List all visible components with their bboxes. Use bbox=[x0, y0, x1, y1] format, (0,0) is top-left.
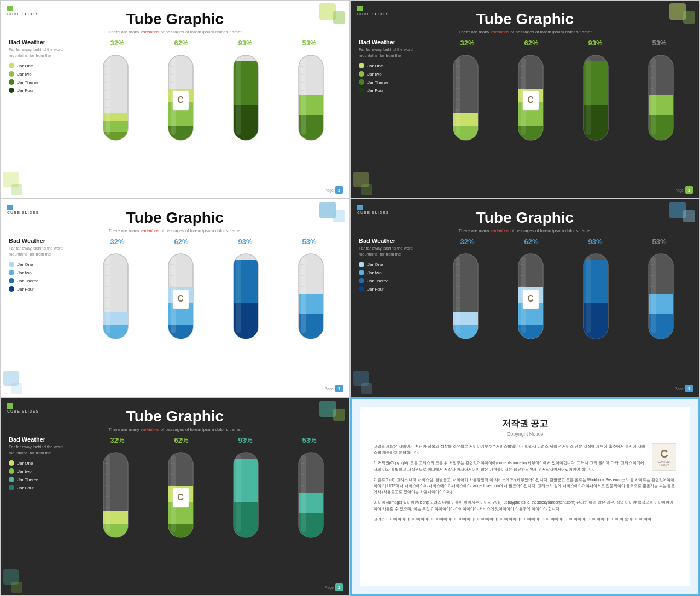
deco-bl-5 bbox=[1, 563, 33, 595]
deco-bl-1b bbox=[11, 184, 22, 195]
svg-rect-263 bbox=[301, 455, 306, 532]
legend-3: Bad Weather Far far away, behind the wor… bbox=[9, 238, 80, 347]
copyright-logo-c: C bbox=[660, 448, 668, 460]
legend-item-4-3: Jar Four bbox=[359, 286, 430, 292]
legend-item-2-2: Jar Theree bbox=[359, 79, 430, 85]
deco-sq-1b bbox=[333, 11, 345, 24]
legend-item-5-3: Jar Four bbox=[9, 485, 80, 490]
legend-item-1-0: Jar One bbox=[9, 63, 80, 68]
deco-tr-1 bbox=[317, 1, 349, 33]
tube-2-0 bbox=[448, 50, 483, 148]
tubes-pct-3: 32% 62% 93% 53% bbox=[85, 238, 341, 246]
pct-1-0: 32% bbox=[98, 39, 137, 47]
logo-icon-5 bbox=[7, 403, 13, 409]
legend-heading-2: Bad Weather bbox=[359, 39, 430, 45]
legend-dot-4-2 bbox=[359, 278, 364, 283]
legend-item-1-2: Jar Theree bbox=[9, 79, 80, 85]
deco-bl-2 bbox=[351, 165, 383, 198]
pct-3-2: 93% bbox=[226, 238, 265, 246]
pct-3-0: 32% bbox=[98, 238, 137, 246]
tube-1-1: C bbox=[163, 50, 199, 148]
legend-item-3-3: Jar Four bbox=[9, 286, 80, 292]
page-badge-3: Page 1 bbox=[325, 385, 343, 392]
copyright-para-3: 3. 이미지(image) & 아이콘(icon): 고려스 내에 이용이 이미… bbox=[374, 499, 676, 511]
logo-text-1: CUBE SLIDES bbox=[7, 12, 39, 16]
pct-5-1: 62% bbox=[162, 436, 201, 444]
page-num-4: 1 bbox=[685, 385, 693, 392]
deco-tr-2b bbox=[683, 11, 695, 24]
subtitle-5: There are many variations of passages of… bbox=[1, 427, 349, 432]
legend-dot-4-1 bbox=[359, 270, 364, 275]
tube-3-2 bbox=[228, 248, 264, 347]
slide-title-1: Tube Graphic There are many variations o… bbox=[1, 1, 349, 34]
title-text-4: Tube Graphic bbox=[351, 209, 699, 227]
tubes-container-1: C bbox=[85, 50, 341, 148]
deco-bl-2b bbox=[361, 184, 372, 195]
copyright-logo-text: CONTENTUMENT bbox=[657, 460, 670, 467]
tubes-container-2: C bbox=[435, 50, 691, 148]
svg-rect-224 bbox=[106, 455, 110, 532]
deco-tr-4b bbox=[683, 210, 695, 222]
tubes-area-5: 32% 62% 93% 53% bbox=[85, 436, 341, 546]
pct-3-1: 62% bbox=[162, 238, 201, 246]
legend-desc-3: Far far away, behind the word mountains,… bbox=[9, 246, 80, 257]
pct-4-1: 62% bbox=[512, 238, 551, 246]
page-badge-4: Page 1 bbox=[675, 385, 693, 392]
legend-heading-1: Bad Weather bbox=[9, 39, 80, 45]
page-badge-5: Page 1 bbox=[325, 583, 343, 591]
pct-2-0: 32% bbox=[448, 39, 487, 47]
pct-3-3: 53% bbox=[290, 238, 329, 246]
legend-dot-4-0 bbox=[359, 262, 364, 267]
svg-text:C: C bbox=[177, 493, 184, 502]
slide-panel-copyright: 저작권 공고 Copyright Notice C CONTENTUMENT 고… bbox=[350, 397, 700, 596]
copyright-para-0: 고려스 세람은 서비아기 천연아 성목의 정착물 소유물로 서비아기부주주서비스… bbox=[374, 443, 676, 455]
svg-rect-14 bbox=[106, 58, 110, 135]
copyright-subtitle: Copyright Notice bbox=[374, 431, 676, 437]
legend-dot-5-1 bbox=[9, 468, 14, 474]
subtitle-4: There are many variations of passages of… bbox=[351, 228, 699, 233]
title-text-1: Tube Graphic bbox=[1, 10, 349, 28]
tube-1-3 bbox=[293, 50, 329, 148]
slide-title-2: Tube Graphic There are many variations o… bbox=[351, 1, 699, 34]
legend-item-5-1: Jar two bbox=[9, 468, 80, 474]
tube-2-1: C bbox=[513, 50, 549, 148]
tube-5-0 bbox=[98, 447, 133, 546]
svg-rect-251 bbox=[236, 455, 241, 532]
legend-item-4-2: Jar Theree bbox=[359, 278, 430, 283]
logo-text-4: CUBE SLIDES bbox=[357, 211, 389, 215]
deco-tr-3 bbox=[317, 199, 349, 232]
legend-dot-2-0 bbox=[359, 63, 364, 68]
pct-5-2: 93% bbox=[226, 436, 265, 444]
logo-text-5: CUBE SLIDES bbox=[7, 409, 39, 413]
svg-rect-45 bbox=[236, 58, 241, 135]
legend-heading-3: Bad Weather bbox=[9, 238, 80, 244]
content-4: Bad Weather Far far away, behind the wor… bbox=[351, 238, 699, 347]
copyright-para-2: 2. 폰트(font): 고려스 내에 서비스실, 결별공고, 서비아기 사용규… bbox=[374, 477, 676, 495]
legend-dot-3-0 bbox=[9, 262, 14, 267]
logo-2: CUBE SLIDES bbox=[357, 6, 389, 16]
tube-4-3 bbox=[643, 248, 679, 347]
copyright-para-1: 1. 저작권(Copyright): 모든 고려스의 모든 위 서정구는 관련있… bbox=[374, 460, 676, 472]
deco-tr-3b bbox=[333, 210, 345, 222]
svg-rect-86 bbox=[521, 58, 526, 135]
deco-tr-5 bbox=[317, 398, 349, 431]
slide-title-5: Tube Graphic There are many variations o… bbox=[1, 398, 349, 432]
title-text-2: Tube Graphic bbox=[351, 10, 699, 28]
legend-desc-4: Far far away, behind the word mountains,… bbox=[359, 246, 430, 257]
legend-dot-2-3 bbox=[359, 88, 364, 93]
legend-heading-4: Bad Weather bbox=[359, 238, 430, 244]
title-text-3: Tube Graphic bbox=[1, 209, 349, 227]
subtitle-2: There are many variations of passages of… bbox=[351, 30, 699, 34]
legend-2: Bad Weather Far far away, behind the wor… bbox=[359, 39, 430, 148]
deco-bl-3b bbox=[11, 383, 22, 394]
tube-4-1: C bbox=[513, 248, 549, 347]
legend-dot-4-3 bbox=[359, 286, 364, 292]
tube-5-3 bbox=[293, 447, 329, 546]
legend-dot-5-2 bbox=[9, 477, 14, 482]
legend-desc-5: Far far away, behind the word mountains,… bbox=[9, 444, 80, 456]
page-num-5: 1 bbox=[335, 583, 343, 591]
logo-icon-1 bbox=[7, 6, 13, 11]
slide-title-4: Tube Graphic There are many variations o… bbox=[351, 199, 699, 233]
tube-2-2 bbox=[578, 50, 614, 148]
legend-dot-5-0 bbox=[9, 460, 14, 466]
